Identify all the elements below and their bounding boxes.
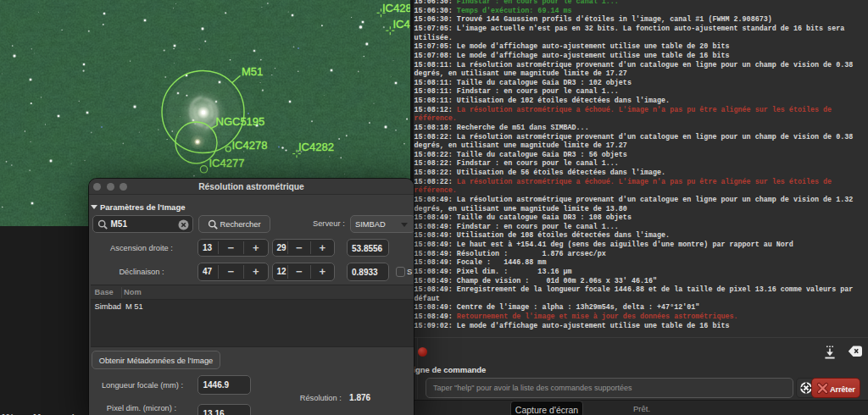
- svg-text:NGC5195: NGC5195: [216, 115, 265, 128]
- svg-text:IC4277: IC4277: [209, 157, 245, 169]
- svg-text:IC4278: IC4278: [232, 139, 268, 152]
- svg-text:M51: M51: [242, 65, 263, 78]
- svg-text:IC4: IC4: [393, 18, 410, 30]
- svg-text:IC4282: IC4282: [298, 141, 334, 153]
- svg-text:IC428: IC428: [382, 2, 410, 14]
